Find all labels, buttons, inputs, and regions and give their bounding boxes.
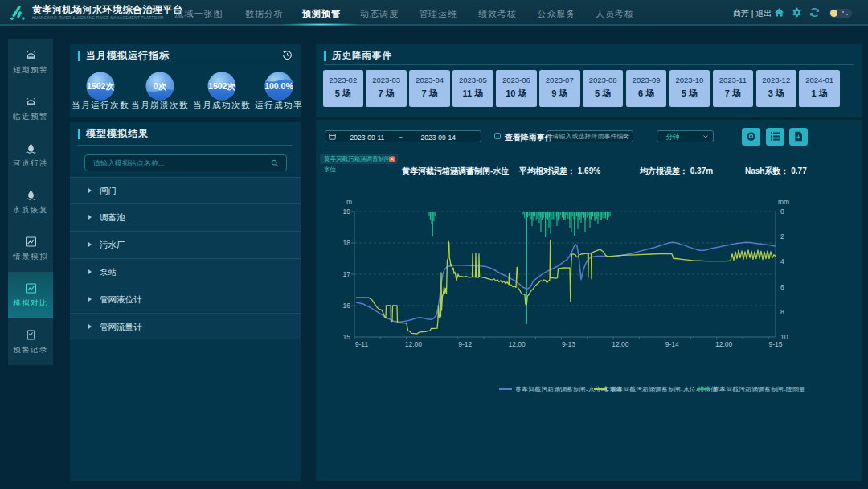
svg-text:6: 6	[780, 283, 784, 291]
svg-text:9-15: 9-15	[768, 340, 782, 348]
svg-text:19: 19	[343, 208, 351, 216]
svg-text:9-12: 9-12	[458, 340, 472, 348]
svg-text:16: 16	[343, 302, 351, 310]
svg-text:12:00: 12:00	[405, 340, 423, 348]
svg-text:15: 15	[343, 333, 351, 341]
svg-text:12:00: 12:00	[508, 340, 526, 348]
svg-text:1502次: 1502次	[208, 81, 235, 92]
svg-text:12:00: 12:00	[715, 340, 733, 348]
svg-text:9-11: 9-11	[355, 340, 369, 348]
svg-text:8: 8	[780, 308, 784, 316]
svg-text:2: 2	[780, 232, 784, 240]
svg-text:9-13: 9-13	[562, 340, 575, 348]
svg-text:1502次: 1502次	[87, 81, 114, 92]
svg-text:0: 0	[780, 208, 784, 216]
svg-text:100.0%: 100.0%	[264, 81, 293, 91]
svg-text:0次: 0次	[154, 81, 167, 92]
svg-text:17: 17	[343, 270, 351, 278]
svg-text:m: m	[346, 198, 352, 206]
svg-text:mm: mm	[778, 198, 789, 206]
svg-text:4: 4	[780, 257, 784, 265]
svg-text:18: 18	[343, 239, 351, 247]
svg-text:黄孝河截污箱涵调蓄制闸-降雨量: 黄孝河截污箱涵调蓄制闸-降雨量	[713, 386, 805, 393]
svg-text:9-14: 9-14	[665, 340, 679, 348]
svg-text:12:00: 12:00	[612, 340, 629, 348]
